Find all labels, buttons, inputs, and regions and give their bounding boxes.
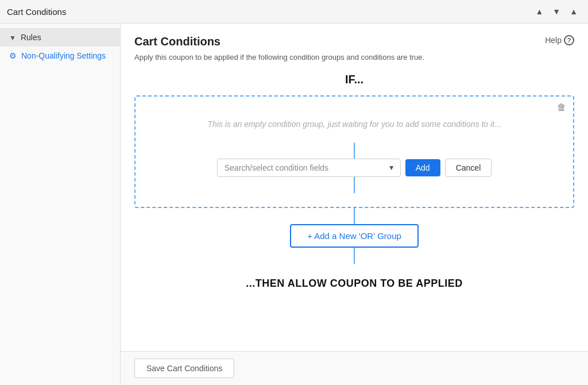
scroll-down-button[interactable]: ▼ xyxy=(549,5,564,18)
page-title: Cart Conditions xyxy=(134,35,220,48)
title-bar-left: Cart Conditions xyxy=(7,7,66,17)
or-top-connector xyxy=(354,208,355,224)
top-connector xyxy=(147,143,562,159)
bottom-connector xyxy=(147,177,562,193)
scroll-up-button[interactable]: ▲ xyxy=(532,5,547,18)
sidebar-item-rules-label: Rules xyxy=(21,33,41,42)
subtitle-text: Apply this coupon to be applied if the f… xyxy=(134,53,574,61)
search-select-wrapper: Search/select condition fields ▼ xyxy=(217,159,401,177)
or-bottom-connector xyxy=(354,248,355,264)
expand-button[interactable]: ▲ xyxy=(566,5,581,18)
funnel-icon xyxy=(9,33,16,42)
delete-group-icon[interactable]: 🗑 xyxy=(557,102,566,113)
help-link[interactable]: Help ? xyxy=(545,35,574,45)
gear-icon xyxy=(9,51,17,60)
add-condition-button[interactable]: Add xyxy=(405,159,440,176)
help-icon: ? xyxy=(564,35,574,45)
content-area: Cart Conditions Help ? Apply this coupon… xyxy=(121,24,588,351)
if-label: IF... xyxy=(134,73,574,86)
help-label: Help xyxy=(545,36,562,45)
title-bar: Cart Conditions ▲ ▼ ▲ xyxy=(0,0,588,24)
condition-search-select[interactable]: Search/select condition fields xyxy=(217,159,401,177)
title-bar-controls: ▲ ▼ ▲ xyxy=(532,5,581,18)
footer: Save Cart Conditions xyxy=(121,351,588,385)
sidebar-item-non-qualifying[interactable]: Non-Qualifying Settings xyxy=(0,47,120,65)
then-label: ...THEN ALLOW COUPON TO BE APPLIED xyxy=(134,278,574,290)
sidebar-item-rules[interactable]: Rules xyxy=(0,28,120,47)
sidebar: Rules Non-Qualifying Settings xyxy=(0,24,121,385)
window-title: Cart Conditions xyxy=(7,7,66,17)
add-or-group-button[interactable]: + Add a New 'OR' Group xyxy=(290,224,419,248)
save-cart-conditions-button[interactable]: Save Cart Conditions xyxy=(134,359,234,378)
empty-condition-message: This is an empty condition group, just w… xyxy=(147,120,562,129)
or-group-area: + Add a New 'OR' Group xyxy=(134,208,574,264)
sidebar-item-settings-label: Non-Qualifying Settings xyxy=(21,51,106,60)
condition-group: 🗑 This is an empty condition group, just… xyxy=(134,95,574,208)
search-row: Search/select condition fields ▼ Add Can… xyxy=(147,159,562,177)
main-layout: Rules Non-Qualifying Settings Cart Condi… xyxy=(0,24,588,385)
cancel-condition-button[interactable]: Cancel xyxy=(445,159,492,177)
content-header: Cart Conditions Help ? xyxy=(134,35,574,48)
